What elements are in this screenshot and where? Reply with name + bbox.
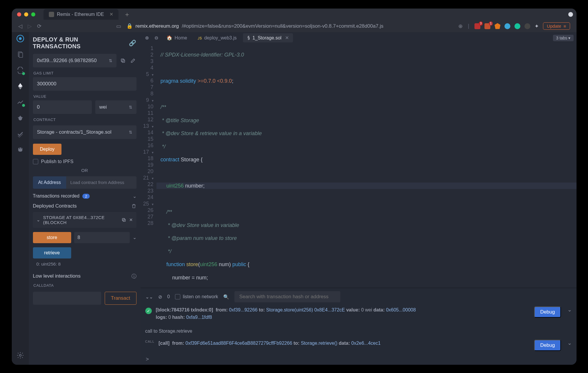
value-input[interactable]: 0 bbox=[33, 100, 92, 114]
metamask-icon[interactable] bbox=[494, 23, 500, 29]
ext6-icon[interactable] bbox=[524, 23, 530, 29]
status-ok-icon bbox=[21, 72, 26, 76]
value-unit-select[interactable]: wei⇅ bbox=[95, 100, 136, 114]
chrome-account-icon[interactable] bbox=[568, 12, 573, 17]
browser-tab-title: Remix - Ethereum IDE bbox=[57, 12, 104, 17]
close-window-icon[interactable] bbox=[17, 12, 21, 16]
at-address-button[interactable]: At Address bbox=[33, 176, 66, 189]
tab-home[interactable]: 🏠 Home bbox=[162, 33, 191, 42]
lock-icon: 🔒 bbox=[126, 23, 133, 29]
function-store-input[interactable]: 8 bbox=[74, 232, 130, 243]
terminal-log-row[interactable]: CALL [call] from: 0xf39Fd6e51aad88F6F4ce… bbox=[141, 339, 577, 354]
back-icon[interactable]: ◁ bbox=[18, 23, 22, 29]
chevron-down-icon[interactable]: ⌄ bbox=[133, 235, 136, 240]
close-icon[interactable]: ✕ bbox=[129, 217, 133, 223]
function-store-button[interactable]: store bbox=[33, 232, 71, 243]
deploy-button[interactable]: Deploy bbox=[33, 144, 62, 155]
extensions-menu-icon[interactable]: ✦ bbox=[534, 23, 539, 29]
tab-storage-sol[interactable]: § 1_Storage.sol ✕ bbox=[243, 33, 293, 42]
update-button[interactable]: Update≡ bbox=[543, 22, 570, 30]
ext2-icon[interactable]: 1 bbox=[484, 23, 490, 29]
search-icon[interactable]: 🔍 bbox=[223, 294, 229, 300]
ext4-icon[interactable] bbox=[504, 23, 510, 29]
tabs-dropdown[interactable]: 3 tabs ▾ bbox=[553, 35, 573, 41]
ublock-icon[interactable]: 3 bbox=[474, 23, 480, 29]
bookmark-icon[interactable]: ▭ bbox=[116, 23, 121, 29]
deploy-run-icon[interactable] bbox=[16, 82, 24, 90]
contract-select[interactable]: Storage - contracts/1_Storage.sol⇅ bbox=[33, 125, 136, 139]
chevron-down-icon[interactable]: ⌄ bbox=[567, 306, 572, 313]
zoom-icon[interactable]: ⊕ bbox=[458, 23, 463, 29]
debugger-icon[interactable] bbox=[16, 114, 24, 122]
publish-ipfs-checkbox[interactable]: Publish to IPFS bbox=[33, 159, 136, 164]
copy-icon[interactable] bbox=[121, 218, 126, 222]
unit-test-icon[interactable] bbox=[16, 130, 24, 138]
url-path: /#optimize=false&runs=200&evmVersion=nul… bbox=[182, 23, 384, 29]
terminal-prompt[interactable]: > bbox=[141, 354, 577, 365]
copy-account-icon[interactable] bbox=[119, 57, 126, 64]
browser-navbar: ◁ ▷ ⟳ ▭ 🔒 remix.ethereum.org/#optimize=f… bbox=[12, 20, 577, 32]
tx-count-badge: 2 bbox=[82, 194, 90, 199]
new-tab-button[interactable]: ＋ bbox=[124, 10, 130, 19]
url-domain: remix.ethereum.org bbox=[136, 23, 179, 29]
svg-rect-12 bbox=[122, 218, 124, 221]
zoom-in-icon[interactable]: ⊕ bbox=[144, 34, 151, 42]
plugin-icon[interactable] bbox=[16, 146, 24, 154]
svg-rect-11 bbox=[123, 219, 125, 221]
clear-icon[interactable]: ⊘ bbox=[158, 294, 162, 300]
tx-recorded-section[interactable]: Transactions recorded 2 ⌄ bbox=[33, 193, 136, 199]
icon-sidebar bbox=[12, 32, 29, 365]
listen-checkbox[interactable]: listen on network bbox=[175, 294, 218, 299]
svg-point-1 bbox=[19, 37, 21, 40]
info-icon[interactable]: ⓘ bbox=[131, 273, 136, 280]
compiler-icon[interactable] bbox=[16, 66, 24, 74]
chevron-down-icon[interactable]: ⌄ bbox=[133, 193, 136, 199]
calldata-input[interactable] bbox=[33, 292, 101, 305]
panel-title: DEPLOY & RUN TRANSACTIONS 🔗 bbox=[33, 36, 136, 50]
chevron-down-icon[interactable]: ⌄ bbox=[567, 340, 572, 346]
pending-count: 0 bbox=[167, 294, 170, 299]
chevron-down-icon[interactable]: ⌄ bbox=[36, 217, 40, 223]
analytics-icon[interactable] bbox=[16, 98, 24, 106]
svg-point-8 bbox=[19, 354, 21, 356]
deployed-contracts-label: Deployed Contracts bbox=[33, 203, 77, 209]
transact-button[interactable]: Transact bbox=[105, 292, 136, 305]
code-content[interactable]: // SPDX-License-Identifier: GPL-3.0 prag… bbox=[156, 44, 577, 288]
deployed-contract-item[interactable]: ⌄ STORAGE AT 0X8E4...372CE (BLOCKCH ✕ bbox=[33, 212, 136, 228]
gas-limit-input[interactable]: 3000000 bbox=[33, 77, 136, 91]
trash-icon[interactable] bbox=[131, 203, 136, 209]
edit-account-icon[interactable] bbox=[129, 57, 136, 64]
file-explorer-icon[interactable] bbox=[16, 50, 24, 59]
gutter: 12345 ▾6789 ▾10111213 ▾14151617 ▾1819202… bbox=[141, 44, 156, 288]
svg-point-4 bbox=[19, 116, 22, 120]
svg-rect-9 bbox=[122, 60, 125, 62]
zoom-out-icon[interactable]: ⊖ bbox=[153, 34, 160, 42]
collapse-terminal-icon[interactable]: ⌄⌄ bbox=[145, 294, 153, 300]
browser-tab[interactable]: Remix - Ethereum IDE ✕ bbox=[44, 9, 119, 20]
tab-deploy-web3[interactable]: ᴊs deploy_web3.js bbox=[194, 33, 241, 42]
function-retrieve-button[interactable]: retrieve bbox=[33, 247, 71, 258]
deploy-run-panel: DEPLOY & RUN TRANSACTIONS 🔗 0xf39...9226… bbox=[29, 32, 141, 365]
window-controls bbox=[17, 12, 35, 16]
maximize-window-icon[interactable] bbox=[31, 12, 35, 16]
debug-button[interactable]: Debug bbox=[534, 340, 561, 351]
minimize-window-icon[interactable] bbox=[24, 12, 28, 16]
remix-logo-icon[interactable] bbox=[16, 34, 24, 43]
terminal-log-row[interactable]: ✓ [block:7843716 txIndex:0] from: 0xf39.… bbox=[141, 305, 577, 324]
grammarly-icon[interactable] bbox=[514, 23, 520, 29]
debug-button[interactable]: Debug bbox=[534, 306, 561, 318]
contract-label: CONTRACT bbox=[34, 117, 136, 122]
account-select[interactable]: 0xf39...92266 (6.98782850⇅ bbox=[33, 54, 116, 67]
terminal-search-input[interactable] bbox=[234, 291, 340, 302]
refresh-icon[interactable]: ⟳ bbox=[37, 23, 41, 29]
code-editor[interactable]: 12345 ▾6789 ▾10111213 ▾14151617 ▾1819202… bbox=[141, 44, 577, 288]
at-address-input[interactable]: Load contract from Address bbox=[66, 176, 136, 189]
home-icon: 🏠 bbox=[166, 35, 172, 41]
svg-line-6 bbox=[18, 117, 19, 118]
favicon-icon bbox=[49, 12, 54, 17]
address-bar[interactable]: 🔒 remix.ethereum.org/#optimize=false&run… bbox=[126, 23, 384, 29]
settings-icon[interactable] bbox=[16, 351, 24, 359]
close-tab-icon[interactable]: ✕ bbox=[285, 35, 289, 41]
close-tab-icon[interactable]: ✕ bbox=[109, 11, 113, 17]
panel-docs-icon[interactable]: 🔗 bbox=[129, 39, 136, 47]
